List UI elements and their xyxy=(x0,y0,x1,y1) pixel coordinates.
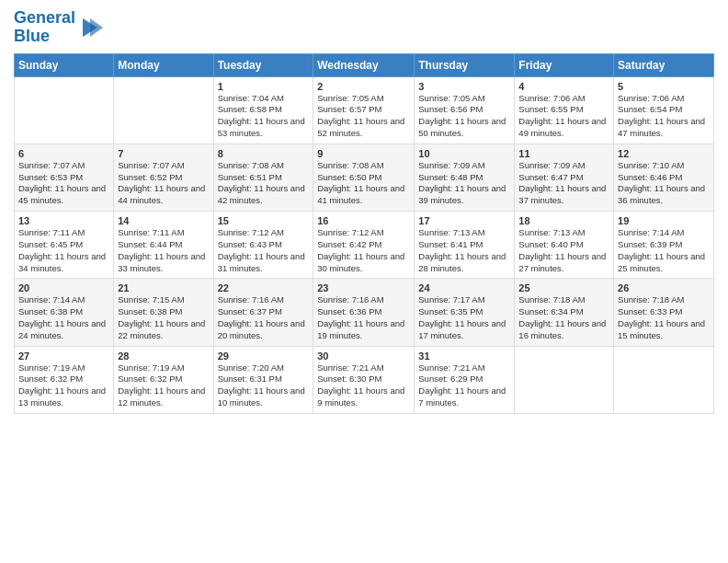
logo-icon xyxy=(77,15,103,40)
calendar-cell: 9Sunrise: 7:08 AM Sunset: 6:50 PM Daylig… xyxy=(313,144,415,211)
calendar-cell: 24Sunrise: 7:17 AM Sunset: 6:35 PM Dayli… xyxy=(415,279,515,346)
day-number: 31 xyxy=(418,350,510,362)
calendar-cell: 26Sunrise: 7:18 AM Sunset: 6:33 PM Dayli… xyxy=(614,279,714,346)
calendar-cell: 11Sunrise: 7:09 AM Sunset: 6:47 PM Dayli… xyxy=(515,144,614,211)
day-info: Sunrise: 7:14 AM Sunset: 6:39 PM Dayligh… xyxy=(618,227,710,274)
day-number: 7 xyxy=(118,148,209,159)
calendar-cell: 2Sunrise: 7:05 AM Sunset: 6:57 PM Daylig… xyxy=(313,76,415,144)
calendar-cell: 22Sunrise: 7:16 AM Sunset: 6:37 PM Dayli… xyxy=(213,279,313,346)
day-number: 5 xyxy=(618,81,710,92)
calendar-cell: 30Sunrise: 7:21 AM Sunset: 6:30 PM Dayli… xyxy=(313,346,415,413)
day-number: 27 xyxy=(18,350,109,362)
calendar-cell: 27Sunrise: 7:19 AM Sunset: 6:32 PM Dayli… xyxy=(15,346,114,413)
calendar-cell: 6Sunrise: 7:07 AM Sunset: 6:53 PM Daylig… xyxy=(15,144,114,211)
day-number: 14 xyxy=(118,215,209,226)
day-info: Sunrise: 7:21 AM Sunset: 6:29 PM Dayligh… xyxy=(418,362,510,409)
calendar-cell: 10Sunrise: 7:09 AM Sunset: 6:48 PM Dayli… xyxy=(415,144,515,211)
page: General Blue SundayMondayTuesdayWednesda… xyxy=(0,0,728,563)
day-info: Sunrise: 7:19 AM Sunset: 6:32 PM Dayligh… xyxy=(18,362,109,409)
day-info: Sunrise: 7:04 AM Sunset: 6:58 PM Dayligh… xyxy=(218,93,310,140)
day-number: 16 xyxy=(317,215,410,226)
calendar-cell: 20Sunrise: 7:14 AM Sunset: 6:38 PM Dayli… xyxy=(15,279,114,346)
day-number: 4 xyxy=(518,81,609,92)
calendar-cell: 14Sunrise: 7:11 AM Sunset: 6:44 PM Dayli… xyxy=(114,212,213,279)
header: General Blue xyxy=(14,9,714,46)
day-info: Sunrise: 7:18 AM Sunset: 6:33 PM Dayligh… xyxy=(618,294,710,341)
day-number: 19 xyxy=(618,215,710,226)
weekday-header-thursday: Thursday xyxy=(415,53,515,76)
day-number: 10 xyxy=(418,148,510,159)
day-number: 17 xyxy=(418,215,510,226)
weekday-header-friday: Friday xyxy=(515,53,614,76)
calendar-header-row: SundayMondayTuesdayWednesdayThursdayFrid… xyxy=(15,53,714,76)
calendar-week-5: 27Sunrise: 7:19 AM Sunset: 6:32 PM Dayli… xyxy=(15,346,714,413)
logo-blue: Blue xyxy=(14,27,50,45)
calendar-cell: 4Sunrise: 7:06 AM Sunset: 6:55 PM Daylig… xyxy=(515,76,614,144)
calendar-week-2: 6Sunrise: 7:07 AM Sunset: 6:53 PM Daylig… xyxy=(15,144,714,211)
day-info: Sunrise: 7:06 AM Sunset: 6:54 PM Dayligh… xyxy=(618,93,710,140)
day-number: 11 xyxy=(518,148,609,159)
day-number: 20 xyxy=(18,282,109,293)
day-info: Sunrise: 7:06 AM Sunset: 6:55 PM Dayligh… xyxy=(518,93,609,140)
day-number: 28 xyxy=(118,350,209,362)
calendar-cell: 19Sunrise: 7:14 AM Sunset: 6:39 PM Dayli… xyxy=(614,212,714,279)
calendar-cell: 25Sunrise: 7:18 AM Sunset: 6:34 PM Dayli… xyxy=(515,279,614,346)
day-number: 21 xyxy=(118,282,209,293)
day-number: 29 xyxy=(218,350,310,362)
weekday-header-sunday: Sunday xyxy=(15,53,114,76)
day-number: 25 xyxy=(518,282,609,293)
day-info: Sunrise: 7:13 AM Sunset: 6:41 PM Dayligh… xyxy=(418,227,510,274)
day-info: Sunrise: 7:14 AM Sunset: 6:38 PM Dayligh… xyxy=(18,294,109,341)
calendar-cell: 21Sunrise: 7:15 AM Sunset: 6:38 PM Dayli… xyxy=(114,279,213,346)
day-info: Sunrise: 7:21 AM Sunset: 6:30 PM Dayligh… xyxy=(317,362,410,409)
day-number: 13 xyxy=(18,215,109,226)
day-info: Sunrise: 7:18 AM Sunset: 6:34 PM Dayligh… xyxy=(518,294,609,341)
calendar-week-4: 20Sunrise: 7:14 AM Sunset: 6:38 PM Dayli… xyxy=(15,279,714,346)
day-info: Sunrise: 7:19 AM Sunset: 6:32 PM Dayligh… xyxy=(118,362,209,409)
day-number: 6 xyxy=(18,148,109,159)
day-number: 23 xyxy=(317,282,410,293)
day-number: 24 xyxy=(418,282,510,293)
calendar-table: SundayMondayTuesdayWednesdayThursdayFrid… xyxy=(14,53,714,414)
day-info: Sunrise: 7:16 AM Sunset: 6:36 PM Dayligh… xyxy=(317,294,410,341)
day-number: 2 xyxy=(317,81,410,92)
weekday-header-wednesday: Wednesday xyxy=(313,53,415,76)
calendar-cell: 1Sunrise: 7:04 AM Sunset: 6:58 PM Daylig… xyxy=(213,76,313,144)
day-number: 15 xyxy=(218,215,310,226)
calendar-cell: 15Sunrise: 7:12 AM Sunset: 6:43 PM Dayli… xyxy=(213,212,313,279)
calendar-cell: 17Sunrise: 7:13 AM Sunset: 6:41 PM Dayli… xyxy=(415,212,515,279)
calendar-cell: 5Sunrise: 7:06 AM Sunset: 6:54 PM Daylig… xyxy=(614,76,714,144)
weekday-header-monday: Monday xyxy=(114,53,213,76)
day-info: Sunrise: 7:10 AM Sunset: 6:46 PM Dayligh… xyxy=(618,160,710,207)
day-info: Sunrise: 7:09 AM Sunset: 6:48 PM Dayligh… xyxy=(418,160,510,207)
calendar-week-1: 1Sunrise: 7:04 AM Sunset: 6:58 PM Daylig… xyxy=(15,76,714,144)
calendar-cell: 29Sunrise: 7:20 AM Sunset: 6:31 PM Dayli… xyxy=(213,346,313,413)
calendar-cell: 8Sunrise: 7:08 AM Sunset: 6:51 PM Daylig… xyxy=(213,144,313,211)
logo-general: General xyxy=(14,8,75,27)
day-info: Sunrise: 7:15 AM Sunset: 6:38 PM Dayligh… xyxy=(118,294,209,341)
weekday-header-tuesday: Tuesday xyxy=(213,53,313,76)
calendar-cell xyxy=(15,76,114,144)
day-number: 22 xyxy=(218,282,310,293)
calendar-cell: 7Sunrise: 7:07 AM Sunset: 6:52 PM Daylig… xyxy=(114,144,213,211)
calendar-cell: 28Sunrise: 7:19 AM Sunset: 6:32 PM Dayli… xyxy=(114,346,213,413)
logo-text: General Blue xyxy=(14,9,75,46)
day-info: Sunrise: 7:12 AM Sunset: 6:42 PM Dayligh… xyxy=(317,227,410,274)
day-number: 3 xyxy=(418,81,510,92)
day-info: Sunrise: 7:07 AM Sunset: 6:53 PM Dayligh… xyxy=(18,160,109,207)
day-number: 9 xyxy=(317,148,410,159)
calendar-cell xyxy=(515,346,614,413)
day-info: Sunrise: 7:12 AM Sunset: 6:43 PM Dayligh… xyxy=(218,227,310,274)
day-number: 12 xyxy=(618,148,710,159)
day-number: 1 xyxy=(218,81,310,92)
weekday-header-saturday: Saturday xyxy=(614,53,714,76)
calendar-cell: 3Sunrise: 7:05 AM Sunset: 6:56 PM Daylig… xyxy=(415,76,515,144)
calendar-cell: 18Sunrise: 7:13 AM Sunset: 6:40 PM Dayli… xyxy=(515,212,614,279)
calendar-cell: 16Sunrise: 7:12 AM Sunset: 6:42 PM Dayli… xyxy=(313,212,415,279)
calendar-cell: 23Sunrise: 7:16 AM Sunset: 6:36 PM Dayli… xyxy=(313,279,415,346)
day-info: Sunrise: 7:11 AM Sunset: 6:44 PM Dayligh… xyxy=(118,227,209,274)
day-info: Sunrise: 7:16 AM Sunset: 6:37 PM Dayligh… xyxy=(218,294,310,341)
day-info: Sunrise: 7:08 AM Sunset: 6:51 PM Dayligh… xyxy=(218,160,310,207)
day-number: 30 xyxy=(317,350,410,362)
calendar-cell: 12Sunrise: 7:10 AM Sunset: 6:46 PM Dayli… xyxy=(614,144,714,211)
